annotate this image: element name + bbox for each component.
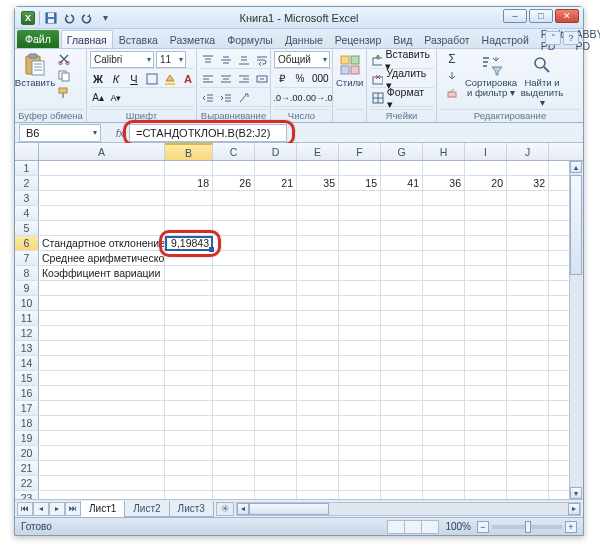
cut-button[interactable] xyxy=(55,51,73,67)
cell[interactable] xyxy=(507,341,549,355)
cell[interactable] xyxy=(423,221,465,235)
cell[interactable] xyxy=(255,416,297,430)
cell[interactable] xyxy=(213,416,255,430)
col-header-B[interactable]: B xyxy=(165,143,213,160)
cell[interactable] xyxy=(213,431,255,445)
cell[interactable] xyxy=(465,416,507,430)
align-right-button[interactable] xyxy=(236,71,252,87)
orientation-button[interactable] xyxy=(236,90,252,106)
cell[interactable] xyxy=(465,311,507,325)
cell[interactable] xyxy=(255,491,297,499)
new-sheet-button[interactable]: ✳ xyxy=(216,502,234,516)
decrease-indent-button[interactable] xyxy=(200,90,216,106)
cell[interactable] xyxy=(381,371,423,385)
cell[interactable] xyxy=(255,206,297,220)
cell[interactable] xyxy=(381,206,423,220)
cell[interactable] xyxy=(339,281,381,295)
cell[interactable] xyxy=(39,446,165,460)
cell[interactable] xyxy=(507,191,549,205)
cell[interactable] xyxy=(255,281,297,295)
cell[interactable] xyxy=(465,386,507,400)
increase-indent-button[interactable] xyxy=(218,90,234,106)
minimize-button[interactable]: – xyxy=(503,9,527,23)
cell[interactable] xyxy=(381,356,423,370)
cell[interactable] xyxy=(39,176,165,190)
cell[interactable] xyxy=(255,341,297,355)
formula-input[interactable]: =СТАНДОТКЛОН.В(B2:J2) xyxy=(129,124,287,142)
cell[interactable] xyxy=(465,281,507,295)
cell[interactable] xyxy=(381,266,423,280)
cell[interactable] xyxy=(297,371,339,385)
decrease-decimal-button[interactable]: .00→.0 xyxy=(304,90,332,106)
cell[interactable] xyxy=(339,386,381,400)
row-header[interactable]: 18 xyxy=(15,416,39,430)
cell[interactable] xyxy=(165,371,213,385)
cell[interactable] xyxy=(465,206,507,220)
undo-icon[interactable] xyxy=(62,11,76,25)
copy-button[interactable] xyxy=(55,68,73,84)
cell[interactable] xyxy=(423,251,465,265)
cell[interactable] xyxy=(381,326,423,340)
cell[interactable] xyxy=(423,341,465,355)
delete-cells-button[interactable]: Удалить ▾ xyxy=(370,71,434,87)
view-normal-button[interactable] xyxy=(387,520,405,534)
cell[interactable] xyxy=(39,281,165,295)
cell[interactable] xyxy=(339,266,381,280)
sheet-tab-1[interactable]: Лист1 xyxy=(80,501,125,517)
cell[interactable] xyxy=(423,296,465,310)
col-header-G[interactable]: G xyxy=(381,143,423,160)
cell[interactable]: 20 xyxy=(465,176,507,190)
cell[interactable] xyxy=(297,296,339,310)
cell[interactable] xyxy=(381,446,423,460)
cell[interactable]: 35 xyxy=(297,176,339,190)
row-header[interactable]: 22 xyxy=(15,476,39,490)
cell[interactable]: 41 xyxy=(381,176,423,190)
cell[interactable] xyxy=(297,446,339,460)
wrap-text-button[interactable] xyxy=(254,52,270,68)
number-format-combo[interactable]: Общий▾ xyxy=(274,51,330,68)
cell[interactable] xyxy=(165,206,213,220)
cell[interactable] xyxy=(297,341,339,355)
cell[interactable] xyxy=(297,191,339,205)
cell[interactable] xyxy=(339,416,381,430)
sheet-nav-last[interactable]: ⏭ xyxy=(65,502,81,516)
clear-button[interactable] xyxy=(440,85,464,101)
cell[interactable] xyxy=(339,221,381,235)
spreadsheet-grid[interactable]: A B C D E F G H I J 12182621351541362032… xyxy=(15,143,583,499)
cell[interactable] xyxy=(165,491,213,499)
scroll-right-button[interactable]: ▸ xyxy=(568,503,580,515)
cell[interactable] xyxy=(39,296,165,310)
comma-button[interactable]: 000 xyxy=(310,71,331,87)
sheet-nav-prev[interactable]: ◂ xyxy=(33,502,49,516)
row-header[interactable]: 19 xyxy=(15,431,39,445)
maximize-button[interactable]: □ xyxy=(529,9,553,23)
cell[interactable] xyxy=(297,356,339,370)
row-header[interactable]: 13 xyxy=(15,341,39,355)
cell[interactable] xyxy=(423,266,465,280)
cell[interactable] xyxy=(297,431,339,445)
font-size-combo[interactable]: 11▾ xyxy=(156,51,186,68)
cell[interactable] xyxy=(423,431,465,445)
cell[interactable] xyxy=(381,296,423,310)
cell[interactable] xyxy=(339,446,381,460)
cell[interactable] xyxy=(297,161,339,175)
cell[interactable] xyxy=(213,356,255,370)
row-header[interactable]: 5 xyxy=(15,221,39,235)
sheet-tab-2[interactable]: Лист2 xyxy=(124,501,169,517)
cell[interactable] xyxy=(255,371,297,385)
cell[interactable] xyxy=(339,491,381,499)
align-center-button[interactable] xyxy=(218,71,234,87)
row-header[interactable]: 9 xyxy=(15,281,39,295)
zoom-in-button[interactable]: + xyxy=(565,521,577,533)
cell[interactable] xyxy=(465,221,507,235)
tab-data[interactable]: Данные xyxy=(279,30,329,48)
cell[interactable] xyxy=(507,266,549,280)
cell[interactable] xyxy=(423,236,465,250)
underline-button[interactable]: Ч xyxy=(126,71,142,87)
cell[interactable] xyxy=(39,206,165,220)
cell[interactable] xyxy=(255,311,297,325)
cell[interactable] xyxy=(465,296,507,310)
row-header[interactable]: 21 xyxy=(15,461,39,475)
cell[interactable] xyxy=(297,401,339,415)
cell[interactable]: 15 xyxy=(339,176,381,190)
